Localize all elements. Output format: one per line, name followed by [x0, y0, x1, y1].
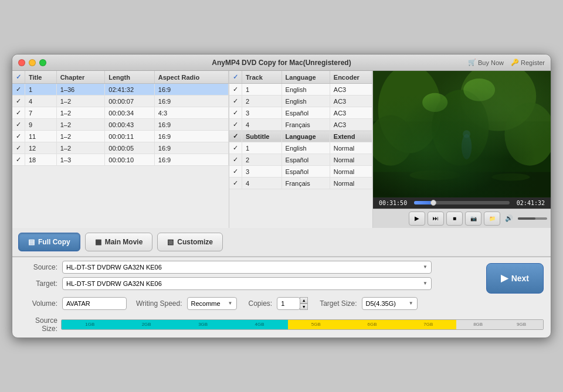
subtitle-check[interactable]: ✓	[229, 166, 242, 178]
subtitle-extend: Normal	[330, 178, 372, 189]
row-aspect: 16:9	[154, 131, 228, 142]
svg-point-2	[378, 71, 442, 153]
volume-slider[interactable]	[518, 217, 547, 220]
subtitle-row[interactable]: ✓ 1 English Normal	[229, 142, 372, 154]
buy-now-button[interactable]: 🛒 Buy Now	[468, 59, 504, 66]
traffic-lights	[18, 59, 46, 66]
table-row[interactable]: ✓ 12 1–2 00:00:05 16:9	[12, 142, 229, 154]
next-arrow-icon: ▶	[501, 272, 508, 284]
size-bar: 1GB 2GB 3GB 4GB 5GB 6GB 7GB 8GB 9GB	[61, 319, 544, 330]
source-label: Source:	[19, 263, 57, 271]
subtitle-row[interactable]: ✓ 4 Français Normal	[229, 178, 372, 189]
current-time: 00:31:50	[377, 200, 409, 206]
svg-point-9	[462, 134, 472, 159]
svg-point-8	[463, 79, 495, 101]
stop-button[interactable]: ■	[446, 212, 463, 226]
subtitle-check[interactable]: ✓	[229, 154, 242, 166]
subtitle-check[interactable]: ✓	[229, 142, 242, 154]
track-encoder: AC3	[330, 84, 372, 96]
maximize-button[interactable]	[39, 59, 46, 66]
preview-video	[373, 71, 551, 197]
subtitle-col-label: Subtitle	[242, 131, 282, 142]
row-check[interactable]: ✓	[12, 154, 25, 166]
copies-down-button[interactable]: ▼	[300, 304, 308, 310]
main-area: ✓ Title Chapter Length Aspect Radio ✓ 1 …	[12, 71, 551, 228]
svg-point-4	[432, 90, 489, 166]
minimize-button[interactable]	[29, 59, 36, 66]
full-copy-button[interactable]: ▤ Full Copy	[18, 233, 80, 251]
copies-stepper: ▲ ▼	[300, 297, 308, 310]
row-aspect: 16:9	[154, 142, 228, 154]
track-row[interactable]: ✓ 4 Français AC3	[229, 119, 372, 131]
register-button[interactable]: 🔑 Register	[511, 59, 545, 66]
row-chapter: 1–2	[56, 96, 105, 107]
player-controls: ▶ ⏭ ■ 📷 📁 🔊	[373, 209, 551, 228]
source-size-label: Source Size:	[19, 316, 57, 333]
row-check[interactable]: ✓	[12, 131, 25, 142]
track-check[interactable]: ✓	[229, 119, 242, 131]
copies-input[interactable]: 1	[277, 297, 300, 310]
subtitle-row[interactable]: ✓ 2 Español Normal	[229, 154, 372, 166]
track-col-track: Track	[242, 71, 282, 84]
subtitle-check-header[interactable]: ✓	[229, 131, 242, 142]
copies-label: Copies:	[249, 299, 273, 308]
svg-rect-1	[373, 121, 551, 197]
progress-bar[interactable]	[414, 201, 510, 204]
screenshot-button[interactable]: 📷	[465, 212, 481, 226]
table-row[interactable]: ✓ 18 1–3 00:00:10 16:9	[12, 154, 229, 166]
track-num: 1	[242, 84, 282, 96]
table-row[interactable]: ✓ 9 1–2 00:00:43 16:9	[12, 119, 229, 131]
track-row[interactable]: ✓ 1 English AC3	[229, 84, 372, 96]
next-button[interactable]: ▶ Next	[486, 263, 544, 294]
track-col-language: Language	[282, 71, 330, 84]
row-check[interactable]: ✓	[12, 142, 25, 154]
subtitle-row[interactable]: ✓ 3 Español Normal	[229, 166, 372, 178]
source-target-fields: Source: HL-DT-ST DVDRW GA32N KE06 ▼ Targ…	[19, 261, 480, 294]
tracks-table: ✓ Track Language Encoder ✓ 1 English AC3…	[229, 71, 372, 189]
subtitle-extend: Normal	[330, 142, 372, 154]
copies-up-button[interactable]: ▲	[300, 297, 308, 304]
main-movie-button[interactable]: ▦ Main Movie	[85, 233, 153, 251]
subtitle-check[interactable]: ✓	[229, 178, 242, 189]
col-check[interactable]: ✓	[12, 71, 25, 84]
target-size-dropdown[interactable]: D5(4.35G) ▼	[362, 297, 418, 310]
table-row[interactable]: ✓ 4 1–2 00:00:07 16:9	[12, 96, 229, 107]
volume-input[interactable]	[62, 297, 127, 310]
track-language: English	[282, 84, 330, 96]
track-check[interactable]: ✓	[229, 107, 242, 119]
progress-thumb[interactable]	[430, 200, 436, 206]
track-num: 3	[242, 107, 282, 119]
close-button[interactable]	[18, 59, 25, 66]
track-col-check[interactable]: ✓	[229, 71, 242, 84]
customize-button[interactable]: ▧ Customize	[157, 233, 223, 251]
row-chapter: 1–3	[56, 154, 105, 166]
row-check[interactable]: ✓	[12, 84, 25, 96]
source-dropdown[interactable]: HL-DT-ST DVDRW GA32N KE06 ▼	[62, 261, 432, 274]
table-row[interactable]: ✓ 7 1–2 00:00:34 4:3	[12, 107, 229, 119]
svg-rect-0	[373, 71, 551, 197]
table-row[interactable]: ✓ 11 1–2 00:00:11 16:9	[12, 131, 229, 142]
subtitle-extend: Normal	[330, 166, 372, 178]
target-label: Target:	[19, 279, 57, 288]
track-num: 4	[242, 119, 282, 131]
forward-button[interactable]: ⏭	[428, 212, 444, 226]
copy-modes-bar: ▤ Full Copy ▦ Main Movie ▧ Customize	[12, 228, 551, 257]
source-size-row: Source Size: 1GB 2GB 3GB 4GB 5GB 6GB 7GB…	[12, 316, 551, 338]
svg-point-7	[422, 93, 447, 112]
row-length: 00:00:34	[105, 107, 155, 119]
target-dropdown[interactable]: HL-DT-ST DVDRW GA32N KE06 ▼	[62, 277, 432, 290]
track-row[interactable]: ✓ 3 Español AC3	[229, 107, 372, 119]
row-check[interactable]: ✓	[12, 96, 25, 107]
row-aspect: 4:3	[154, 107, 228, 119]
row-title: 12	[25, 142, 57, 154]
writing-speed-dropdown[interactable]: Recomme ▼	[187, 297, 237, 310]
play-button[interactable]: ▶	[409, 212, 425, 226]
table-row[interactable]: ✓ 1 1–36 02:41:32 16:9	[12, 84, 229, 96]
track-check[interactable]: ✓	[229, 84, 242, 96]
row-check[interactable]: ✓	[12, 119, 25, 131]
folder-button[interactable]: 📁	[484, 212, 500, 226]
volume-fill	[518, 217, 535, 220]
row-check[interactable]: ✓	[12, 107, 25, 119]
track-check[interactable]: ✓	[229, 96, 242, 107]
track-row[interactable]: ✓ 2 English AC3	[229, 96, 372, 107]
